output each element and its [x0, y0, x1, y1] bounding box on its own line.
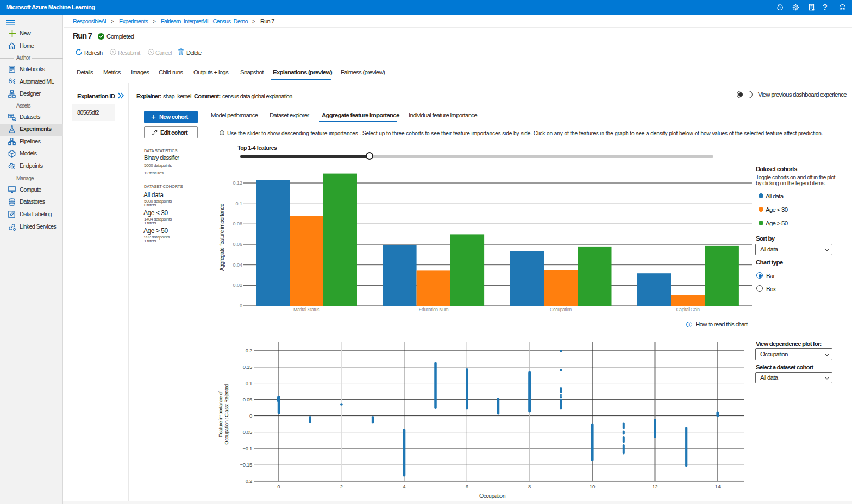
- svg-text:Capital Gain: Capital Gain: [676, 307, 700, 312]
- svg-text:−0.05: −0.05: [240, 429, 252, 435]
- svg-text:0.06: 0.06: [233, 242, 242, 247]
- svg-text:−0.2: −0.2: [242, 478, 252, 484]
- svg-text:Feature importance of: Feature importance of: [217, 391, 223, 437]
- svg-text:0: 0: [249, 413, 252, 419]
- svg-text:0.1: 0.1: [235, 201, 242, 206]
- svg-text:14: 14: [715, 483, 721, 489]
- svg-text:Occupation : Class: Rejected: Occupation : Class: Rejected: [223, 384, 229, 444]
- svg-text:Aggregate feature importance: Aggregate feature importance: [219, 203, 225, 271]
- svg-text:−0.1: −0.1: [242, 445, 252, 451]
- svg-text:−0.15: −0.15: [240, 462, 252, 468]
- svg-text:0.1: 0.1: [246, 380, 252, 386]
- svg-text:0.02: 0.02: [233, 282, 242, 288]
- svg-text:6: 6: [466, 483, 468, 489]
- svg-text:0.05: 0.05: [243, 396, 252, 402]
- svg-text:2: 2: [340, 483, 343, 489]
- svg-text:Education-Num: Education-Num: [419, 307, 449, 312]
- svg-text:0: 0: [277, 483, 280, 489]
- svg-text:0: 0: [240, 303, 242, 308]
- svg-text:Occupation: Occupation: [550, 307, 572, 312]
- svg-text:0.2: 0.2: [246, 348, 252, 354]
- svg-text:Marital Status: Marital Status: [293, 307, 320, 312]
- svg-text:0.12: 0.12: [233, 180, 242, 186]
- svg-text:0.04: 0.04: [233, 262, 242, 268]
- svg-text:0.15: 0.15: [243, 364, 252, 370]
- svg-text:12: 12: [652, 483, 658, 489]
- svg-text:0.08: 0.08: [233, 221, 242, 226]
- svg-text:8: 8: [528, 483, 531, 489]
- svg-text:4: 4: [403, 483, 405, 489]
- svg-text:10: 10: [590, 483, 596, 489]
- svg-text:Occupation: Occupation: [479, 493, 506, 499]
